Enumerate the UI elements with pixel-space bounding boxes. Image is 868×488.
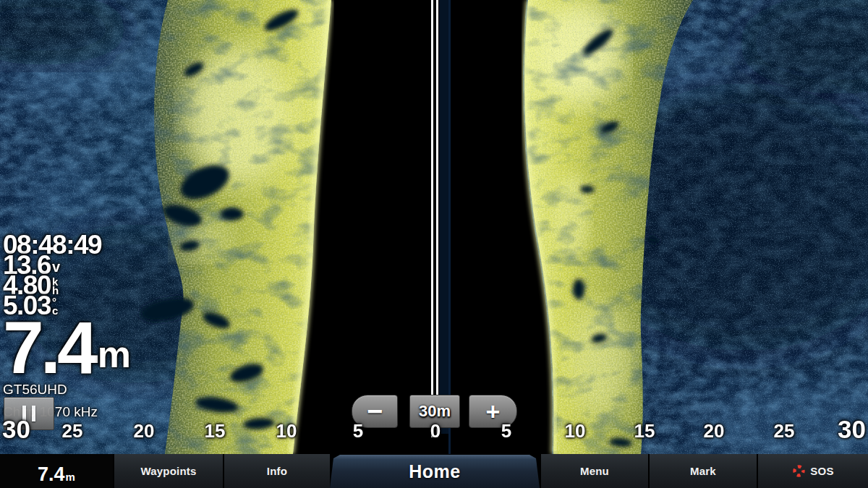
home-button[interactable]: Home: [330, 455, 540, 488]
info-button[interactable]: Info: [224, 454, 330, 488]
mark-button[interactable]: Mark: [650, 454, 757, 488]
sos-button[interactable]: SOS: [758, 454, 868, 488]
transducer-label: GT56UHD: [3, 381, 131, 398]
voltage-unit: v: [52, 258, 60, 275]
range-zoom-in-button[interactable]: +: [469, 395, 517, 428]
pause-button[interactable]: [4, 397, 54, 430]
center-return-line-right: [436, 0, 438, 437]
sonar-screen: 08:48:49 13.6 v 4.80 k h 5.03 ° c 7.4 m …: [0, 0, 868, 488]
center-faint-line: [448, 0, 451, 454]
center-shadow-column: [439, 0, 448, 434]
taskbar: 7.4 m Waypoints Info Home Menu Mark SOS: [0, 454, 868, 488]
sos-lifering-icon: [792, 464, 806, 478]
taskbar-depth-field: 7.4 m: [0, 454, 113, 488]
sonar-starboard-side: [523, 0, 868, 454]
range-zoom-out-button[interactable]: −: [352, 395, 398, 428]
menu-button[interactable]: Menu: [541, 454, 648, 488]
center-return-line-left: [431, 0, 433, 437]
depth-display: 7.4 m: [3, 320, 131, 375]
depth-unit: m: [98, 333, 131, 375]
speed-unit: k h: [52, 278, 59, 295]
waypoints-button[interactable]: Waypoints: [114, 454, 223, 488]
range-value-label: 30m: [409, 395, 460, 428]
pause-icon: [22, 406, 35, 421]
data-overlay: 08:48:49 13.6 v 4.80 k h 5.03 ° c 7.4 m …: [3, 235, 131, 421]
